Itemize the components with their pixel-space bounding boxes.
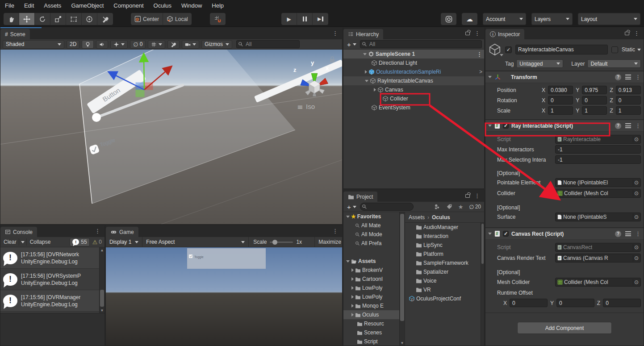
object-picker-icon[interactable]: ⊙	[633, 214, 640, 220]
scroll-up-arrow[interactable]: ▲	[100, 247, 105, 253]
tree-folder-lowpoly1[interactable]: LowPoly	[343, 283, 399, 292]
script-field[interactable]: # CanvasRect ⊙	[555, 243, 641, 252]
object-picker-icon[interactable]: ⊙	[633, 244, 640, 250]
script-field[interactable]: # RayInteractable ⊙	[555, 135, 641, 144]
console-menu-kebab[interactable]: ⋮	[95, 228, 100, 234]
account-dropdown[interactable]: Account	[483, 13, 526, 25]
create-asset-button[interactable]: +	[346, 203, 358, 211]
hierarchy-menu-kebab[interactable]: ⋮	[474, 30, 480, 36]
iso-label[interactable]: Iso	[306, 103, 315, 110]
scale-tool-button[interactable]	[50, 13, 66, 25]
prefab-open-arrow[interactable]: >	[479, 69, 482, 75]
max-selecting-field[interactable]: -1	[555, 155, 641, 164]
folder-item[interactable]: Spatializer	[405, 267, 484, 276]
pause-button[interactable]	[297, 13, 313, 25]
transform-tool-button[interactable]	[82, 13, 97, 25]
help-icon[interactable]: ?	[615, 123, 621, 129]
layers-dropdown[interactable]: Layers	[531, 13, 573, 25]
object-picker-icon[interactable]: ⊙	[633, 279, 640, 285]
foldout-closed-icon[interactable]	[351, 286, 354, 290]
hidden-assets-toggle[interactable]: ∅20	[469, 204, 481, 210]
foldout-closed-icon[interactable]	[351, 295, 354, 299]
mesh-collider-field[interactable]: Collider (Mesh Col ⊙	[555, 278, 641, 287]
rotation-y-field[interactable]: 0	[582, 96, 607, 104]
tree-folder-monqo[interactable]: Monqo E	[343, 301, 399, 310]
scrollbar-thumb[interactable]	[481, 224, 484, 264]
project-view-scrollbar[interactable]	[481, 223, 484, 346]
search-by-type-icon[interactable]	[434, 204, 440, 210]
help-icon[interactable]: ?	[615, 74, 621, 80]
collapse-button[interactable]: Collapse	[27, 239, 54, 245]
foldout-closed-icon[interactable]	[374, 88, 376, 92]
hierarchy-item-oculus-rig[interactable]: OculusInteractionSampleRi >	[343, 67, 484, 76]
scene-search-input[interactable]	[236, 40, 300, 48]
hierarchy-item-ray-interactable-canvas[interactable]: RayInteractableCanvas	[343, 76, 484, 85]
presets-icon[interactable]	[625, 123, 631, 128]
tree-folder-brokenv[interactable]: BrokenV	[343, 266, 399, 275]
menu-oculus[interactable]: Oculus	[149, 0, 176, 11]
move-tool-button[interactable]	[19, 13, 35, 25]
tab-hierarchy[interactable]: Hierarchy	[343, 29, 383, 39]
scale-slider[interactable]	[270, 242, 293, 243]
favorite-all-models[interactable]: All Mode	[343, 230, 399, 239]
static-checkbox[interactable]	[611, 46, 618, 53]
rotate-tool-button[interactable]	[35, 13, 50, 25]
hierarchy-search-input[interactable]	[360, 40, 482, 48]
max-interactors-field[interactable]: -1	[555, 145, 641, 154]
menu-help[interactable]: Help	[207, 0, 229, 11]
project-search-input[interactable]	[360, 203, 414, 211]
menu-gameobject[interactable]: GameObject	[66, 0, 109, 11]
scrollbar-thumb[interactable]	[100, 290, 104, 307]
object-picker-icon[interactable]: ⊙	[633, 255, 640, 261]
scene-menu-kebab[interactable]: ⋮	[332, 30, 338, 36]
hierarchy-item-collider[interactable]: Collider	[343, 94, 484, 103]
icon-picker-caret[interactable]	[500, 54, 503, 56]
create-button[interactable]: +	[346, 41, 358, 48]
tab-scene[interactable]: # Scene	[0, 29, 30, 39]
object-picker-icon[interactable]: ⊙	[633, 190, 640, 196]
scroll-down-arrow[interactable]: ▼	[400, 340, 405, 346]
shading-mode-dropdown[interactable]: Shaded	[3, 40, 64, 49]
canvas-render-texture-field[interactable]: # Canvas (Canvas R ⊙	[555, 254, 641, 263]
menu-component[interactable]: Component	[109, 0, 148, 11]
scene-row-kebab[interactable]: ⋮	[477, 51, 482, 57]
folder-item[interactable]: Interaction	[405, 232, 484, 241]
folder-item[interactable]: AudioManager	[405, 223, 484, 232]
layout-dropdown[interactable]: Layout	[578, 13, 640, 25]
iso-menu-icon[interactable]: ≡	[297, 103, 303, 111]
scrollbar-thumb[interactable]	[400, 214, 404, 321]
game-viewport[interactable]: Toggle	[106, 247, 342, 346]
position-z-field[interactable]: 0.913	[616, 86, 641, 94]
lock-icon[interactable]	[465, 32, 470, 35]
tab-console[interactable]: Console	[0, 227, 37, 237]
maximize-button[interactable]: Maximize	[314, 237, 342, 247]
gizmo-y-arrow[interactable]	[144, 57, 144, 90]
presets-icon[interactable]	[625, 231, 631, 236]
foldout-open-icon[interactable]	[346, 260, 350, 263]
component-enabled-checkbox[interactable]: ✓	[503, 123, 509, 129]
foldout-open-icon[interactable]	[488, 76, 492, 78]
folder-item[interactable]: LipSync	[405, 241, 484, 250]
foldout-closed-icon[interactable]	[351, 313, 354, 317]
hierarchy-item-eventsystem[interactable]: EventSystem	[343, 103, 484, 112]
object-picker-icon[interactable]: ⊙	[633, 136, 640, 142]
add-component-button[interactable]: Add Component	[517, 322, 612, 334]
scale-slider-knob[interactable]	[272, 240, 277, 245]
grid-snapping-button[interactable]	[210, 13, 226, 25]
foldout-open-icon[interactable]	[346, 216, 350, 218]
position-x-field[interactable]: 0.0380	[548, 86, 573, 94]
project-menu-kebab[interactable]: ⋮	[474, 193, 480, 199]
menu-assets[interactable]: Assets	[39, 0, 66, 11]
menu-edit[interactable]: Edit	[19, 0, 39, 11]
position-y-field[interactable]: 0.975	[582, 86, 607, 94]
tab-project[interactable]: Project	[343, 192, 377, 202]
ray-interactable-header[interactable]: # ✓ Ray Interactable (Script) ?⋮	[485, 120, 644, 132]
offset-y-field[interactable]: 0	[556, 299, 594, 307]
tab-inspector[interactable]: i Inspector	[485, 29, 524, 39]
rotation-z-field[interactable]: 0	[616, 96, 641, 104]
rect-tool-button[interactable]	[66, 13, 82, 25]
gameobject-cube-icon[interactable]	[488, 43, 502, 56]
game-menu-kebab[interactable]: ⋮	[332, 228, 338, 234]
version-control-button[interactable]	[441, 13, 456, 25]
surface-field[interactable]: None (IPointableS ⊙	[555, 213, 641, 221]
